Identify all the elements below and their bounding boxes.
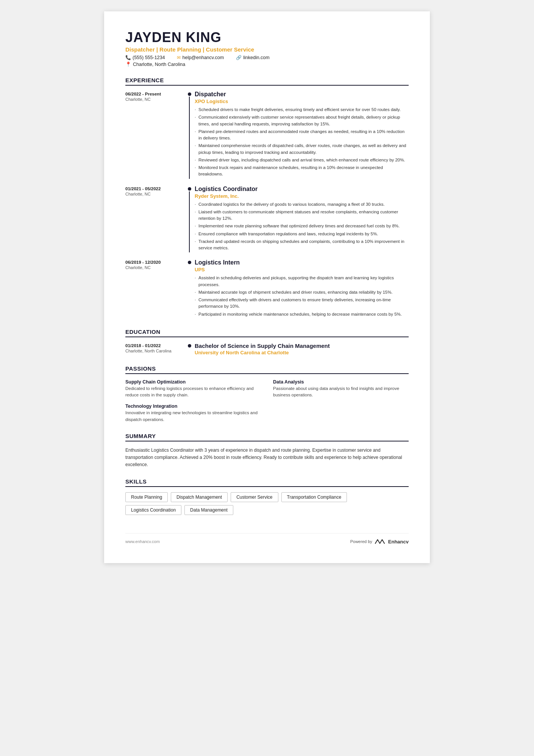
experience-bullet: Communicated extensively with customer s… [195,114,409,127]
timeline-dot [188,92,191,96]
skill-tag: Logistics Coordination [125,505,181,515]
experience-bullet: Tracked and updated records on shipping … [195,238,409,252]
experience-bullet: Planned pre-determined routes and accomm… [195,128,409,142]
email-icon: ✉ [177,55,181,60]
experience-bullet: Maintained comprehensive records of disp… [195,142,409,156]
timeline-dot [188,187,191,191]
skill-tag: Dispatch Management [171,492,228,502]
experience-section: EXPERIENCE 06/2022 - Present Charlotte, … [125,77,409,319]
passion-description: Innovative in integrating new technologi… [125,410,261,423]
exp-date: 06/2022 - Present [125,92,184,96]
summary-text: Enthusiastic Logistics Coordinator with … [125,447,409,469]
exp-role: Dispatcher [195,91,409,98]
education-list: 01/2018 - 01/2022 Charlotte, North Carol… [125,343,409,355]
resume-page: JAYDEN KING Dispatcher | Route Planning … [104,11,430,563]
exp-location: Charlotte, NC [125,265,184,270]
experience-title: EXPERIENCE [125,77,409,86]
exp-date-location: 01/2021 - 05/2022 Charlotte, NC [125,186,184,253]
exp-date-location: 06/2019 - 12/2020 Charlotte, NC [125,259,184,319]
email-value: help@enhancv.com [182,55,224,60]
summary-title: SUMMARY [125,433,409,441]
header: JAYDEN KING Dispatcher | Route Planning … [125,30,409,67]
location-icon: 📍 [125,61,131,67]
exp-date: 06/2019 - 12/2020 [125,260,184,265]
email-contact: ✉ help@enhancv.com [177,55,224,60]
exp-company: XPO Logistics [195,99,409,104]
footer-brand: Powered by Enhancv [350,538,409,545]
passion-item: Supply Chain Optimization Dedicated to r… [125,379,261,399]
passion-item: Technology Integration Innovative in int… [125,404,261,423]
exp-location: Charlotte, NC [125,97,184,102]
experience-bullet: Ensured compliance with transportation r… [195,231,409,237]
edu-timeline [184,343,195,355]
passion-description: Passionate about using data analysis to … [273,385,409,399]
passions-list: Supply Chain Optimization Dedicated to r… [125,379,409,423]
edu-school: University of North Carolina at Charlott… [195,350,409,355]
exp-timeline [184,91,195,179]
page-footer: www.enhancv.com Powered by Enhancv [125,533,409,545]
exp-date: 01/2021 - 05/2022 [125,186,184,191]
experience-item: 06/2019 - 12/2020 Charlotte, NC Logistic… [125,259,409,319]
experience-bullet: Scheduled drivers to make freight delive… [195,106,409,113]
location-contact: 📍 Charlotte, North Carolina [125,61,409,67]
phone-value: (555) 555-1234 [133,55,165,60]
candidate-title: Dispatcher | Route Planning | Customer S… [125,46,409,53]
edu-degree: Bachelor of Science in Supply Chain Mana… [195,343,409,349]
timeline-line [189,97,190,179]
exp-timeline [184,186,195,253]
linkedin-value: linkedin.com [243,55,269,60]
summary-section: SUMMARY Enthusiastic Logistics Coordinat… [125,433,409,469]
exp-company: Ryder System, Inc. [195,193,409,199]
experience-bullet: Monitored truck repairs and maintenance … [195,164,409,178]
education-title: EDUCATION [125,329,409,337]
contact-info: 📞 (555) 555-1234 ✉ help@enhancv.com 🔗 li… [125,55,409,60]
experience-bullet: Implemented new route planning software … [195,223,409,229]
experience-bullet: Liaised with customers to communicate sh… [195,209,409,222]
experience-bullet: Participated in monitoring vehicle maint… [195,311,409,318]
phone-contact: 📞 (555) 555-1234 [125,55,165,60]
exp-bullets-list: Coordinated logistics for the delivery o… [195,201,409,252]
passion-name: Data Analysis [273,379,409,385]
edu-date: 01/2018 - 01/2022 [125,343,184,348]
footer-website: www.enhancv.com [125,539,160,544]
exp-bullets-list: Assisted in scheduling deliveries and pi… [195,275,409,318]
passion-description: Dedicated to refining logistics processe… [125,385,261,399]
education-item: 01/2018 - 01/2022 Charlotte, North Carol… [125,343,409,355]
experience-list: 06/2022 - Present Charlotte, NC Dispatch… [125,91,409,319]
linkedin-contact: 🔗 linkedin.com [236,55,269,60]
powered-by-label: Powered by [350,539,372,544]
skill-tag: Customer Service [231,492,278,502]
skill-tag: Data Management [184,505,233,515]
edu-location: Charlotte, North Carolina [125,349,184,353]
exp-details: Dispatcher XPO Logistics Scheduled drive… [195,91,409,179]
exp-company: UPS [195,267,409,272]
passion-name: Supply Chain Optimization [125,379,261,385]
experience-bullet: Reviewed driver logs, including dispatch… [195,157,409,163]
skill-tag: Transportation Compliance [281,492,347,502]
location-value: Charlotte, North Carolina [133,62,185,67]
exp-location: Charlotte, NC [125,192,184,196]
timeline-line [189,191,190,253]
skills-list: Route PlanningDispatch ManagementCustome… [125,492,409,518]
phone-icon: 📞 [125,55,131,60]
exp-timeline [184,259,195,319]
brand-name: Enhancv [388,539,409,545]
skill-tag: Route Planning [125,492,168,502]
passions-section: PASSIONS Supply Chain Optimization Dedic… [125,365,409,423]
linkedin-icon: 🔗 [236,55,242,60]
experience-bullet: Assisted in scheduling deliveries and pi… [195,275,409,288]
edu-date-location: 01/2018 - 01/2022 Charlotte, North Carol… [125,343,184,355]
experience-bullet: Maintained accurate logs of shipment sch… [195,289,409,296]
exp-role: Logistics Intern [195,259,409,266]
edu-details: Bachelor of Science in Supply Chain Mana… [195,343,409,355]
enhancv-icon [375,538,387,545]
edu-dot [188,344,191,347]
exp-date-location: 06/2022 - Present Charlotte, NC [125,91,184,179]
exp-details: Logistics Coordinator Ryder System, Inc.… [195,186,409,253]
experience-item: 01/2021 - 05/2022 Charlotte, NC Logistic… [125,186,409,253]
experience-bullet: Communicated effectively with drivers an… [195,297,409,310]
skills-section: SKILLS Route PlanningDispatch Management… [125,478,409,518]
skills-title: SKILLS [125,478,409,487]
enhancv-logo: Enhancv [375,538,409,545]
exp-role: Logistics Coordinator [195,186,409,193]
